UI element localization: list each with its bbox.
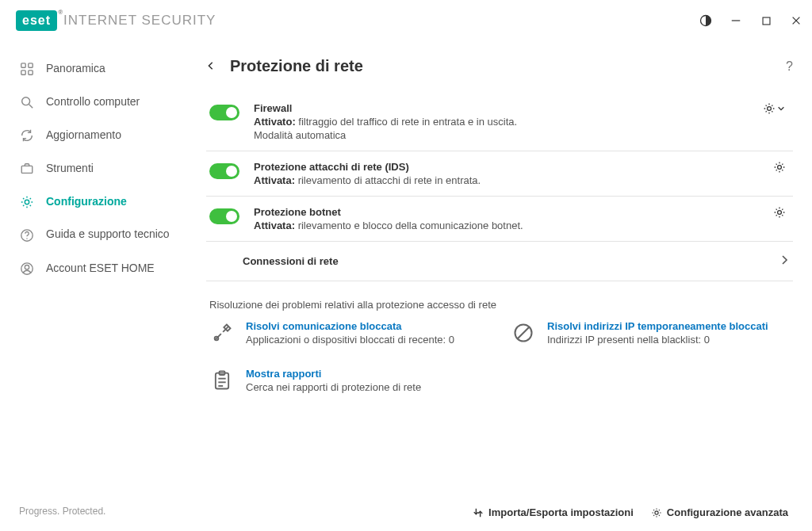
row-title: Connessioni di rete xyxy=(243,255,339,267)
brand: eset ® INTERNET SECURITY xyxy=(16,10,216,31)
sidebar-item-label: Aggiornamento xyxy=(46,128,121,143)
svg-rect-5 xyxy=(21,63,25,67)
status-label: Attivato: xyxy=(254,116,296,128)
advanced-setup-label: Configurazione avanzata xyxy=(667,506,788,518)
row-title: Protezione attacchi di rete (IDS) xyxy=(254,161,755,173)
svg-rect-7 xyxy=(21,71,25,74)
row-status: Attivato: filtraggio del traffico di ret… xyxy=(254,116,744,128)
import-export-icon xyxy=(473,507,484,518)
blocked-icon xyxy=(511,320,536,346)
page-help-button[interactable]: ? xyxy=(786,59,793,74)
refresh-icon xyxy=(19,128,35,143)
row-gear-button[interactable] xyxy=(769,206,790,219)
sidebar-item-account[interactable]: Account ESET HOME xyxy=(0,252,190,285)
user-icon xyxy=(19,261,35,277)
gear-icon xyxy=(19,194,35,210)
troubleshoot-cards: Risolvi comunicazione bloccata Applicazi… xyxy=(206,320,793,393)
brand-logo: eset ® xyxy=(16,10,57,31)
row-gear-dropdown[interactable] xyxy=(758,102,790,115)
status-label: Attivata: xyxy=(254,174,295,186)
grid-icon xyxy=(19,61,35,77)
card-title-link[interactable]: Mostra rapporti xyxy=(246,368,421,380)
status-desc: rilevamento e blocco della comunicazione… xyxy=(298,220,523,231)
row-title: Firewall xyxy=(254,102,744,114)
svg-rect-2 xyxy=(763,17,770,25)
gear-icon xyxy=(651,507,662,518)
card-subtitle: Indirizzi IP presenti nella blacklist: 0 xyxy=(547,334,768,346)
svg-rect-11 xyxy=(21,166,33,173)
status-desc: rilevamento di attacchi di rete in entra… xyxy=(298,174,481,186)
sidebar-item-label: Guida e supporto tecnico xyxy=(46,227,170,242)
card-blocked-communication: Risolvi comunicazione bloccata Applicazi… xyxy=(209,320,479,346)
maximize-button[interactable] xyxy=(760,14,772,27)
advanced-setup-button[interactable]: Configurazione avanzata xyxy=(651,506,788,518)
svg-line-10 xyxy=(29,105,33,109)
status-label: Attivata: xyxy=(254,220,295,231)
card-title-link[interactable]: Risolvi indirizzi IP temporaneamente blo… xyxy=(547,320,768,332)
sidebar-item-computer-scan[interactable]: Controllo computer xyxy=(0,86,190,119)
svg-point-18 xyxy=(778,166,782,170)
sidebar-item-label: Panoramica xyxy=(46,62,105,76)
row-status: Attivata: rilevamento di attacchi di ret… xyxy=(254,174,755,186)
brand-logo-text: eset xyxy=(22,13,51,27)
import-export-button[interactable]: Importa/Esporta impostazioni xyxy=(473,506,634,518)
clipboard-icon xyxy=(209,368,235,393)
svg-point-14 xyxy=(26,238,27,239)
svg-line-22 xyxy=(518,327,529,338)
main-footer: Importa/Esporta impostazioni Configurazi… xyxy=(206,495,793,531)
sidebar-item-overview[interactable]: Panoramica xyxy=(0,52,190,86)
row-network-connections[interactable]: Connessioni di rete xyxy=(206,242,793,281)
sidebar-item-tools[interactable]: Strumenti xyxy=(0,152,190,185)
svg-point-19 xyxy=(778,211,782,215)
card-subtitle: Cerca nei rapporti di protezione di rete xyxy=(246,381,421,393)
svg-point-16 xyxy=(25,266,29,269)
minimize-button[interactable] xyxy=(730,14,742,27)
chevron-down-icon xyxy=(777,105,785,113)
svg-point-12 xyxy=(25,200,29,204)
magnifier-icon xyxy=(19,94,35,110)
brand-subtitle: INTERNET SECURITY xyxy=(63,13,216,29)
sidebar-item-update[interactable]: Aggiornamento xyxy=(0,119,190,152)
toggle-firewall[interactable] xyxy=(209,105,239,120)
brand-registered: ® xyxy=(58,9,63,16)
sidebar-item-setup[interactable]: Configurazione xyxy=(0,185,190,219)
page-header: Protezione di rete ? xyxy=(206,52,793,93)
row-text: Firewall Attivato: filtraggio del traffi… xyxy=(254,102,744,141)
back-button[interactable] xyxy=(206,61,217,72)
row-text: Protezione botnet Attivata: rilevamento … xyxy=(254,206,755,231)
wrench-icon xyxy=(209,320,235,346)
row-title: Protezione botnet xyxy=(254,206,755,218)
import-export-label: Importa/Esporta impostazioni xyxy=(488,506,634,518)
page-title: Protezione di rete xyxy=(230,57,363,75)
main-content: Protezione di rete ? Firewall Attivato: … xyxy=(190,38,812,531)
row-ids: Protezione attacchi di rete (IDS) Attiva… xyxy=(206,151,793,197)
title-bar: eset ® INTERNET SECURITY xyxy=(0,0,812,38)
row-firewall: Firewall Attivato: filtraggio del traffi… xyxy=(206,93,793,151)
sidebar-item-help[interactable]: Guida e supporto tecnico xyxy=(0,219,190,252)
svg-rect-6 xyxy=(29,63,33,67)
help-icon xyxy=(19,227,35,243)
briefcase-icon xyxy=(19,161,35,177)
svg-point-17 xyxy=(768,107,772,111)
sidebar-item-label: Strumenti xyxy=(46,162,94,176)
sidebar-item-label: Controllo computer xyxy=(46,95,140,109)
row-text: Protezione attacchi di rete (IDS) Attiva… xyxy=(254,161,755,186)
row-gear-button[interactable] xyxy=(769,161,790,174)
toggle-ids[interactable] xyxy=(209,163,239,179)
sidebar-item-label: Account ESET HOME xyxy=(46,262,155,276)
contrast-icon[interactable] xyxy=(699,14,712,27)
svg-point-9 xyxy=(22,97,30,105)
row-status: Attivata: rilevamento e blocco della com… xyxy=(254,220,755,231)
status-desc: filtraggio del traffico di rete in entra… xyxy=(298,116,517,128)
row-botnet: Protezione botnet Attivata: rilevamento … xyxy=(206,197,793,242)
footer-tagline: Progress. Protected. xyxy=(0,491,190,531)
card-title-link[interactable]: Risolvi comunicazione bloccata xyxy=(246,320,454,332)
row-extra: Modalità automatica xyxy=(254,129,744,141)
svg-point-28 xyxy=(655,510,658,514)
card-reports: Mostra rapporti Cerca nei rapporti di pr… xyxy=(209,368,479,393)
sidebar-item-label: Configurazione xyxy=(46,195,127,209)
window-controls xyxy=(699,14,802,27)
close-button[interactable] xyxy=(790,14,802,27)
toggle-botnet[interactable] xyxy=(209,208,239,224)
card-blocked-ips: Risolvi indirizzi IP temporaneamente blo… xyxy=(511,320,780,346)
